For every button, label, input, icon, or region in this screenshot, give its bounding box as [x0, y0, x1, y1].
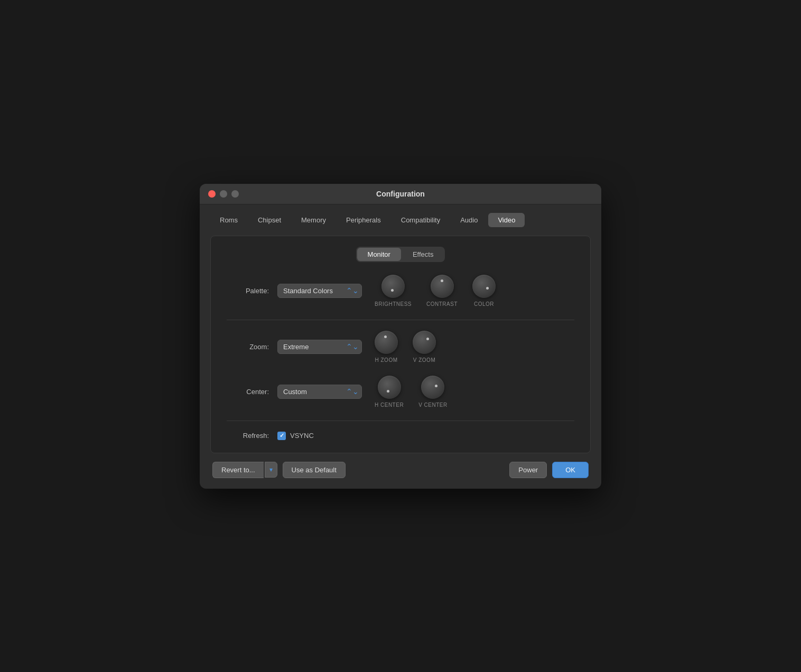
- tab-peripherals[interactable]: Peripherals: [337, 213, 390, 227]
- revert-arrow-button[interactable]: ▾: [265, 462, 277, 478]
- vcenter-label: V CENTER: [418, 402, 448, 408]
- subtab-effects[interactable]: Effects: [402, 248, 444, 261]
- tab-audio[interactable]: Audio: [451, 213, 487, 227]
- center-select[interactable]: Custom None Horizontal Vertical Both: [277, 385, 362, 399]
- traffic-lights: [208, 190, 239, 198]
- brightness-knob[interactable]: [381, 275, 405, 298]
- zoom-label: Zoom:: [227, 343, 269, 351]
- main-window: Configuration Roms Chipset Memory Periph…: [200, 184, 601, 489]
- vzoom-knob-container: V ZOOM: [413, 331, 436, 363]
- hzoom-knob[interactable]: [375, 331, 398, 354]
- contrast-knob[interactable]: [431, 275, 454, 298]
- hcenter-label: H CENTER: [375, 402, 404, 408]
- subtab-group: Monitor Effects: [356, 247, 445, 262]
- zoom-row: Zoom: Extreme Normal Double ⌃⌄: [227, 331, 574, 363]
- vcenter-knob[interactable]: [421, 376, 444, 399]
- hcenter-knob-container: H CENTER: [375, 376, 404, 408]
- tab-memory[interactable]: Memory: [292, 213, 336, 227]
- titlebar: Configuration: [200, 184, 601, 204]
- center-knobs: H CENTER V CENTER: [375, 376, 448, 408]
- bottom-left: Revert to... ▾ Use as Default: [212, 462, 346, 478]
- revert-button[interactable]: Revert to...: [212, 462, 264, 478]
- zoom-select[interactable]: Extreme Normal Double: [277, 340, 362, 354]
- divider-2: [227, 421, 574, 421]
- hcenter-knob[interactable]: [378, 376, 401, 399]
- tab-chipset[interactable]: Chipset: [248, 213, 291, 227]
- center-label: Center:: [227, 388, 269, 396]
- vcenter-knob-dot: [435, 385, 437, 387]
- subtab-monitor[interactable]: Monitor: [357, 248, 401, 261]
- vsync-label: VSYNC: [290, 432, 314, 440]
- palette-knobs: BRIGHTNESS CONTRAST COLOR: [375, 275, 496, 307]
- center-row: Center: Custom None Horizontal Vertical …: [227, 376, 574, 408]
- color-knob[interactable]: [472, 275, 496, 298]
- refresh-label: Refresh:: [227, 432, 269, 440]
- zoom-select-wrapper: Extreme Normal Double ⌃⌄: [277, 340, 362, 354]
- brightness-knob-dot: [391, 289, 394, 292]
- close-button[interactable]: [208, 190, 216, 198]
- refresh-row: Refresh: ✓ VSYNC: [227, 432, 574, 440]
- chevron-down-icon: ▾: [269, 466, 273, 473]
- use-default-button[interactable]: Use as Default: [283, 462, 346, 478]
- vsync-wrapper: ✓ VSYNC: [277, 432, 314, 440]
- vzoom-knob-dot: [426, 338, 429, 340]
- contrast-knob-container: CONTRAST: [426, 275, 458, 307]
- tab-video[interactable]: Video: [488, 213, 525, 227]
- checkmark-icon: ✓: [280, 432, 284, 439]
- tab-roms[interactable]: Roms: [210, 213, 247, 227]
- ok-button[interactable]: OK: [552, 462, 589, 478]
- power-button[interactable]: Power: [509, 462, 547, 478]
- minimize-button[interactable]: [220, 190, 227, 198]
- vzoom-label: V ZOOM: [413, 357, 435, 363]
- settings-section: Palette: Standard Colors Custom Monochro…: [221, 275, 580, 440]
- tab-compatibility[interactable]: Compatibility: [392, 213, 450, 227]
- color-knob-dot: [486, 287, 489, 290]
- palette-select[interactable]: Standard Colors Custom Monochrome: [277, 284, 362, 298]
- maximize-button[interactable]: [231, 190, 239, 198]
- window-title: Configuration: [376, 190, 425, 198]
- palette-label: Palette:: [227, 287, 269, 295]
- color-label: COLOR: [474, 301, 494, 307]
- palette-row: Palette: Standard Colors Custom Monochro…: [227, 275, 574, 307]
- vcenter-knob-container: V CENTER: [418, 376, 448, 408]
- brightness-label: BRIGHTNESS: [375, 301, 412, 307]
- content-panel: Monitor Effects Palette: Standard Colors…: [210, 236, 591, 453]
- center-select-wrapper: Custom None Horizontal Vertical Both ⌃⌄: [277, 385, 362, 399]
- hzoom-knob-dot: [384, 335, 387, 338]
- contrast-label: CONTRAST: [426, 301, 458, 307]
- palette-select-wrapper: Standard Colors Custom Monochrome ⌃⌄: [277, 284, 362, 298]
- main-tabs: Roms Chipset Memory Peripherals Compatib…: [210, 213, 591, 227]
- vsync-checkbox[interactable]: ✓: [277, 432, 286, 440]
- color-knob-container: COLOR: [472, 275, 496, 307]
- hzoom-label: H ZOOM: [375, 357, 398, 363]
- window-body: Roms Chipset Memory Peripherals Compatib…: [200, 204, 601, 489]
- hcenter-knob-dot: [387, 390, 389, 393]
- subtabs-row: Monitor Effects: [221, 247, 580, 262]
- contrast-knob-dot: [441, 279, 443, 282]
- bottom-bar: Revert to... ▾ Use as Default Power OK: [210, 462, 591, 478]
- bottom-right: Power OK: [509, 462, 589, 478]
- vzoom-knob[interactable]: [413, 331, 436, 354]
- divider-1: [227, 320, 574, 320]
- brightness-knob-container: BRIGHTNESS: [375, 275, 412, 307]
- zoom-knobs: H ZOOM V ZOOM: [375, 331, 436, 363]
- hzoom-knob-container: H ZOOM: [375, 331, 398, 363]
